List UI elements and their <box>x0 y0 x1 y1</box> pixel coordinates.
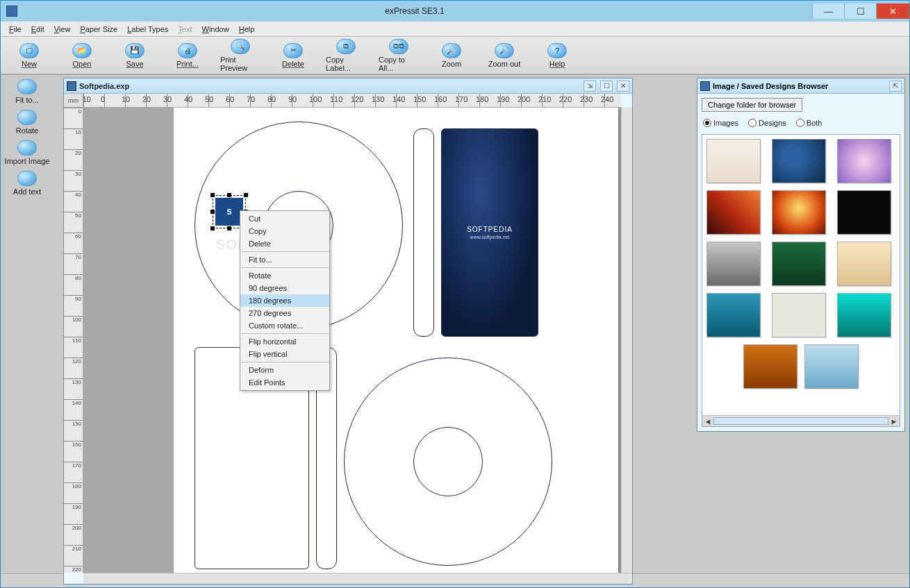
ctx-rotate[interactable]: Rotate <box>240 269 329 282</box>
browser-window: Image / Saved Designs Browser ⇱ Change f… <box>697 78 905 432</box>
save-button[interactable]: 💾Save <box>115 43 155 68</box>
browser-icon <box>700 81 710 91</box>
menu-view[interactable]: View <box>50 24 75 35</box>
gallery-thumb[interactable] <box>804 344 859 389</box>
gallery-thumb[interactable] <box>743 344 797 389</box>
gallery-thumb[interactable] <box>772 190 826 235</box>
gallery-thumb[interactable] <box>837 139 891 183</box>
radio-both[interactable]: Both <box>796 119 822 127</box>
menu-paper-size[interactable]: Paper Size <box>76 24 122 35</box>
browser-maximize-button[interactable]: ⇱ <box>889 81 902 92</box>
gallery-thumb[interactable] <box>706 139 761 183</box>
ctx-rotate-90[interactable]: 90 degrees <box>240 282 329 294</box>
doc-horizontal-scrollbar[interactable] <box>83 573 632 584</box>
gallery-thumb[interactable] <box>772 293 826 337</box>
cd-label-bottom[interactable] <box>344 358 552 566</box>
copy-label-button[interactable]: ⧉Copy Label... <box>326 39 366 72</box>
gallery-thumb[interactable] <box>837 293 891 337</box>
print-button[interactable]: 🖨Print... <box>167 43 208 68</box>
scroll-right-icon[interactable]: ► <box>888 416 900 427</box>
browser-titlebar[interactable]: Image / Saved Designs Browser ⇱ <box>697 78 904 94</box>
menu-help[interactable]: Help <box>235 24 259 35</box>
copy-to-all-button[interactable]: ⧉⧉Copy to All... <box>379 39 419 72</box>
addtext-icon <box>17 171 37 186</box>
ctx-rotate-180[interactable]: 180 degrees <box>240 294 329 307</box>
ctx-copy[interactable]: Copy <box>240 225 329 237</box>
import-image-button[interactable]: Import Image <box>5 140 50 165</box>
doc-close-button[interactable]: ✕ <box>617 81 629 92</box>
menu-window[interactable]: Window <box>198 24 233 35</box>
new-button[interactable]: ▢New <box>9 43 49 68</box>
resize-handle[interactable] <box>227 193 231 197</box>
resize-handle[interactable] <box>210 226 215 230</box>
resize-handle[interactable] <box>244 193 248 197</box>
spine-label-1[interactable] <box>413 128 434 337</box>
open-button[interactable]: 📂Open <box>62 43 102 68</box>
radio-images[interactable]: Images <box>703 119 738 127</box>
menu-label-types[interactable]: Label Types <box>123 24 172 35</box>
gallery-thumb[interactable] <box>837 190 891 235</box>
ctx-flip-vertical[interactable]: Flip vertical <box>240 348 329 360</box>
print-preview-button[interactable]: 🔍Print Preview <box>220 39 260 72</box>
horizontal-ruler: -100102030405060708090100110120130140150… <box>83 94 621 108</box>
gallery-thumb[interactable] <box>837 242 891 286</box>
add-text-button[interactable]: Add text <box>13 171 41 196</box>
browser-body: Change folder for browser Images Designs… <box>697 94 904 431</box>
resize-handle[interactable] <box>210 193 215 197</box>
ctx-edit-points[interactable]: Edit Points <box>240 376 329 389</box>
canvas-area[interactable]: SOFTPEDIA SOFTPEDIA www.softpedia.net <box>83 108 621 573</box>
gallery-thumb[interactable] <box>772 242 826 286</box>
copy-all-icon: ⧉⧉ <box>389 39 408 54</box>
import-icon <box>17 140 37 156</box>
ctx-deform[interactable]: Deform <box>240 364 329 376</box>
menu-text: Text <box>174 24 196 35</box>
maximize-button[interactable] <box>844 3 876 19</box>
help-button[interactable]: ?Help <box>537 43 577 68</box>
gallery-thumb[interactable] <box>706 190 761 235</box>
document-window: Softpedia.exp ⇲ ☐ ✕ mm -1001020304050607… <box>63 78 633 585</box>
document-title: Softpedia.exp <box>79 82 579 90</box>
delete-button[interactable]: ✂Delete <box>273 43 313 68</box>
ctx-custom-rotate[interactable]: Custom rotate... <box>240 319 329 332</box>
copy-label-icon: ⧉ <box>336 39 356 54</box>
gallery-thumb[interactable] <box>706 293 761 337</box>
window-controls <box>812 3 909 19</box>
ctx-flip-horizontal[interactable]: Flip horizontal <box>240 335 329 348</box>
radio-icon <box>796 119 804 127</box>
jewel-case-inlay[interactable]: SOFTPEDIA www.softpedia.net <box>441 128 538 337</box>
scroll-left-icon[interactable]: ◄ <box>702 416 713 427</box>
doc-minimize-button[interactable]: ⇲ <box>584 81 596 92</box>
inlay-url-text: www.softpedia.net <box>470 235 510 240</box>
main-toolbar: ▢New 📂Open 💾Save 🖨Print... 🔍Print Previe… <box>1 37 909 75</box>
ctx-delete[interactable]: Delete <box>240 237 329 250</box>
selected-image[interactable]: S <box>215 198 243 226</box>
resize-handle[interactable] <box>210 210 215 214</box>
radio-designs[interactable]: Designs <box>748 119 786 127</box>
resize-handle[interactable] <box>227 226 231 230</box>
document-titlebar[interactable]: Softpedia.exp ⇲ ☐ ✕ <box>64 78 632 94</box>
doc-vertical-scrollbar[interactable] <box>621 108 632 573</box>
menu-file[interactable]: File <box>5 24 26 35</box>
close-button[interactable] <box>876 3 909 19</box>
separator <box>241 362 329 362</box>
gallery-thumb[interactable] <box>772 139 826 183</box>
scroll-thumb[interactable] <box>713 417 888 425</box>
context-menu: Cut Copy Delete Fit to... Rotate 90 degr… <box>240 210 330 391</box>
app-title: exPressit SE3.1 <box>17 6 812 16</box>
doc-maximize-button[interactable]: ☐ <box>600 81 613 92</box>
menu-edit[interactable]: Edit <box>27 24 49 35</box>
change-folder-button[interactable]: Change folder for browser <box>702 98 802 112</box>
rotate-button[interactable]: Rotate <box>16 110 38 135</box>
cd-hole <box>413 427 483 496</box>
zoom-button[interactable]: 🔎Zoom <box>431 43 472 68</box>
ctx-fit-to[interactable]: Fit to... <box>240 253 329 266</box>
vertical-ruler: 0102030405060708090100110120130140150160… <box>64 108 83 573</box>
separator <box>241 267 329 268</box>
gallery-thumb[interactable] <box>706 242 761 286</box>
gallery-horizontal-scrollbar[interactable]: ◄ ► <box>702 415 900 426</box>
ctx-rotate-270[interactable]: 270 degrees <box>240 307 329 319</box>
ctx-cut[interactable]: Cut <box>240 212 329 225</box>
fit-to-button[interactable]: Fit to... <box>15 79 39 104</box>
zoom-out-button[interactable]: 🔎Zoom out <box>484 43 524 68</box>
minimize-button[interactable] <box>812 3 844 19</box>
